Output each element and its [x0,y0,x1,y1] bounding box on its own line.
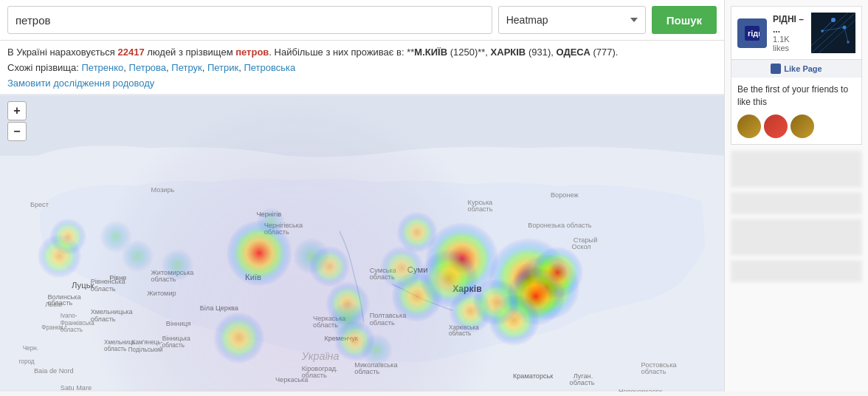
left-panel: Heatmap Пошук В Україні нараховується 22… [0,0,724,392]
svg-text:rідні: rідні [748,29,760,38]
svg-text:область: область [449,330,471,337]
like-page-label: Like Page [784,64,822,73]
svg-text:область: область [104,346,126,353]
info-line-1: В Україні нараховується 22417 людей з пр… [7,45,717,61]
svg-text:область: область [162,343,185,349]
search-bar: Heatmap Пошук [0,0,724,41]
svg-text:Харків: Харків [452,284,482,294]
svg-text:область: область [151,276,176,284]
fb-page-info: РІДНІ – ... 1.1K likes [773,14,805,52]
info-bar: В Україні нараховується 22417 людей з пр… [0,41,724,94]
zoom-out-button[interactable]: − [7,122,27,141]
svg-text:область: область [570,380,595,387]
svg-text:Новочеркасск: Новочеркасск [619,388,663,392]
svg-text:Хмельниць.: Хмельниць. [104,340,137,346]
svg-text:Мозирь: Мозирь [151,186,174,194]
fb-widget-header: rідні РІДНІ – ... 1.1K likes [731,7,861,59]
svg-text:Подільський: Подільський [128,347,163,354]
svg-text:Черкаська: Черкаська [275,377,309,384]
fb-logo: rідні [737,18,767,48]
kharkiv-count: (931), [528,47,554,58]
order-link-container: Замовити дослідження родоводу [7,76,717,92]
info-prefix: В Україні нараховується [7,47,117,58]
fb-widget: rідні РІДНІ – ... 1.1K likes [731,6,862,145]
svg-text:область: область [354,368,379,375]
friends-avatars [731,115,861,144]
svg-text:Київ: Київ [245,273,261,282]
map-controls: + − [7,101,27,141]
similar-link-1[interactable]: Петренко [81,62,123,73]
similar-link-4[interactable]: Петрик [207,62,238,73]
heatmap-select[interactable]: Heatmap [498,6,646,34]
search-button[interactable]: Пошук [652,6,717,34]
friends-text: Be the first of your friends to like thi… [731,78,861,115]
svg-text:Оскол: Оскол [572,244,591,251]
svg-text:город: город [19,358,35,365]
fb-likes-count: 1.1K likes [773,35,805,52]
svg-text:область: область [264,228,289,236]
svg-text:Вінниця: Вінниця [166,320,191,327]
svg-text:Baia de Nord: Baia de Nord [34,367,74,375]
blurred-content [731,151,862,282]
page-container: Heatmap Пошук В Україні нараховується 22… [0,0,868,392]
svg-text:область: область [468,206,493,214]
avatar-3 [790,115,814,138]
svg-text:Ivano-: Ivano- [61,313,78,320]
svg-text:Satu Mare: Satu Mare [61,384,92,392]
avatar-1 [737,115,761,138]
svg-text:Вінницька: Вінницька [162,336,190,343]
kyiv-label: М.КИЇВ [414,47,447,58]
similar-link-5[interactable]: Петровська [244,62,295,73]
svg-text:Кременчук: Кременчук [324,335,358,342]
search-input[interactable] [7,6,492,34]
svg-text:Суми: Суми [407,266,428,275]
odesa-count: (777). [593,47,618,58]
svg-text:Черн.: Черн. [23,346,38,352]
svg-text:Воронеж: Воронеж [551,191,579,199]
fb-icon: f [771,64,781,74]
svg-text:область: область [47,299,72,307]
svg-text:Біла Церква: Біла Церква [200,305,239,313]
svg-text:область: область [641,368,666,375]
surname-highlight: петров [235,47,269,58]
like-page-button[interactable]: f Like Page [731,59,861,78]
blurred-block-4 [731,260,862,282]
blurred-block-2 [731,192,862,214]
map-container[interactable]: Луцьк Рівне Житомир Київ Біла Церква Він… [0,94,724,392]
kharkiv-label: ХАРКІВ [491,47,526,58]
info-middle: людей з прізвищем [145,47,236,58]
svg-text:область: область [61,327,83,333]
zoom-in-button[interactable]: + [7,101,27,120]
blurred-block-1 [731,151,862,188]
svg-text:Брест: Брест [30,202,49,209]
order-link[interactable]: Замовити дослідження родоводу [7,78,154,89]
svg-text:область: область [370,274,395,281]
svg-text:Україна: Україна [301,350,340,362]
svg-text:Житомир: Житомир [147,290,176,297]
fb-page-name: РІДНІ – ... [773,14,805,35]
svg-text:область: область [91,285,116,293]
blurred-block-3 [731,219,862,256]
right-panel: rідні РІДНІ – ... 1.1K likes [724,0,868,392]
svg-text:область: область [91,315,116,323]
count-number: 22417 [117,47,144,58]
map-svg: Луцьк Рівне Житомир Київ Біла Церква Він… [0,94,724,392]
odesa-label: ОДЕСА [556,47,590,58]
similar-link-3[interactable]: Петрук [171,62,202,73]
svg-text:Краматорськ: Краматорськ [513,373,554,380]
similar-surnames: Схожі прізвища: Петренко, Петрова, Петру… [7,61,717,76]
svg-text:область: область [313,321,338,329]
svg-text:Франківська: Франківська [61,320,94,327]
svg-text:область: область [370,319,395,327]
avatar-2 [764,115,788,138]
similar-link-2[interactable]: Петрова [129,62,167,73]
kyiv-count: (1250) [450,47,478,58]
fb-page-image [811,13,855,53]
svg-text:Чернігів: Чернігів [256,211,281,218]
svg-text:Воронезька область: Воронезька область [528,222,592,229]
similar-label: Схожі прізвища: [7,62,79,73]
